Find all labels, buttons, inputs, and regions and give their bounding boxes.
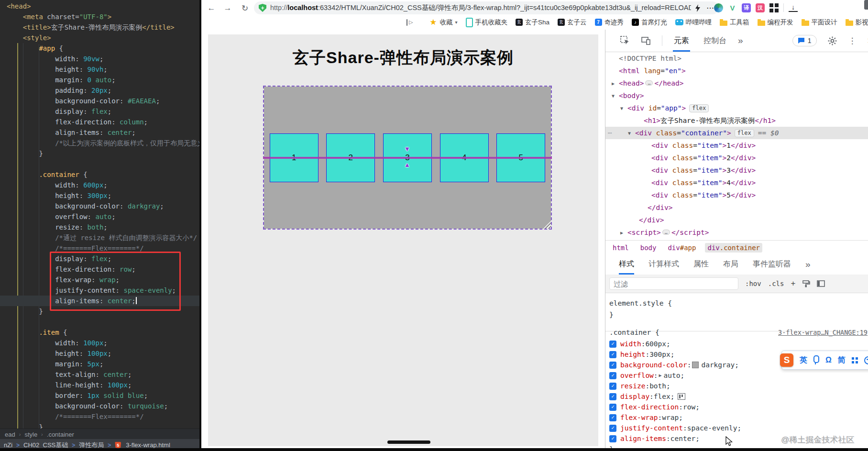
forward-button[interactable]: → — [221, 2, 234, 14]
breadcrumb-item[interactable]: 3-flex-wrap.html — [126, 441, 170, 449]
reload-button[interactable]: ↻ — [239, 2, 251, 14]
breadcrumb-item[interactable]: style — [24, 431, 37, 438]
dictionary-icon[interactable]: 汉 — [756, 3, 765, 12]
property-checkbox[interactable]: ✓ — [609, 425, 616, 432]
property-checkbox[interactable]: ✓ — [609, 372, 616, 379]
tab-元素[interactable]: 元素 — [673, 30, 690, 52]
dom-row[interactable]: ⋯▼<div class="container">flex== $0 — [605, 127, 868, 139]
device-toolbar-icon[interactable] — [641, 35, 651, 46]
bookmark-item[interactable]: 影视后期 — [846, 18, 868, 27]
sogou-logo-icon[interactable]: S — [780, 353, 793, 367]
dom-row[interactable]: ▶<script>…</script> — [605, 226, 868, 239]
style-property-row[interactable]: ✓display: flex; — [605, 391, 868, 402]
dock-sidebar-icon[interactable] — [817, 280, 825, 287]
extensions-grid-icon[interactable] — [769, 3, 779, 12]
row-dots-icon[interactable]: ⋯ — [608, 127, 613, 139]
style-property-row[interactable]: ✓overflow: ▶auto; — [605, 370, 868, 381]
url-more-icon[interactable]: ⋯ — [706, 3, 714, 12]
expand-arrow-icon[interactable]: ▶ — [620, 227, 627, 239]
dom-row[interactable]: </div> — [605, 201, 868, 214]
bookmark-item[interactable]: ★收藏▾ — [429, 18, 457, 27]
styles-more-tabs-chevron[interactable]: » — [805, 259, 811, 270]
style-property-row[interactable]: ✓width: 600px; — [605, 339, 868, 349]
style-property-row[interactable]: ✓flex-wrap: wrap; — [605, 412, 868, 423]
property-checkbox[interactable]: ✓ — [609, 404, 616, 411]
style-property-row[interactable]: ✓resize: both; — [605, 381, 868, 391]
ime-apps-icon[interactable] — [852, 357, 858, 363]
rule-selector[interactable]: .container { — [609, 329, 659, 336]
bookmark-item[interactable]: 手机收藏夹 — [466, 18, 508, 27]
bookmark-item[interactable]: 玄玄子云 — [558, 18, 587, 27]
more-tabs-chevron[interactable]: » — [738, 35, 743, 46]
dom-row[interactable]: <!DOCTYPE html> — [605, 52, 868, 65]
breadcrumb-item[interactable]: ead — [5, 431, 15, 438]
tab-控制台[interactable]: 控制台 — [703, 30, 727, 52]
expand-arrow-icon[interactable]: ▶ — [659, 370, 662, 381]
address-bar[interactable]: + http://localhost:63342/HTML/XuanZi/CH0… — [254, 1, 719, 14]
toggle-class-button[interactable]: .cls — [768, 280, 784, 287]
dom-row[interactable]: <div class="item">5</div> — [605, 189, 868, 201]
side-panel-icon[interactable]: ▷ — [407, 19, 413, 26]
property-checkbox[interactable]: ✓ — [609, 414, 616, 421]
simplified-icon[interactable]: 简 — [838, 355, 846, 365]
url-text[interactable]: http://localhost:63342/HTML/XuanZi/CH02_… — [270, 3, 691, 12]
dom-row[interactable]: <div class="item">2</div> — [605, 152, 868, 164]
code-area[interactable]: <head> <meta charset="UTF-8"> <title>玄子S… — [0, 1, 199, 432]
sogou-ime-toolbar[interactable]: S英Ω简 — [781, 351, 868, 370]
dom-row[interactable]: ▼<div id="app">flex — [605, 102, 868, 114]
dom-row[interactable]: <div class="item">4</div> — [605, 176, 868, 189]
translate-icon[interactable]: 译 — [742, 3, 751, 12]
dom-row[interactable]: </div> — [605, 214, 868, 226]
bookmark-item[interactable]: 平面设计 — [802, 18, 837, 27]
english-mode-icon[interactable]: 英 — [800, 355, 807, 365]
vue-devtools-icon[interactable]: V — [728, 3, 737, 12]
dom-row[interactable]: ▼<body> — [605, 89, 868, 102]
style-property-row[interactable]: ✓flex-direction: row; — [605, 402, 868, 412]
bookmark-item[interactable]: 7奇迹秀 — [595, 18, 624, 27]
tab-事件监听器[interactable]: 事件监听器 — [753, 254, 791, 275]
format-paint-icon[interactable] — [802, 280, 810, 287]
styles-filter-input[interactable] — [609, 277, 738, 290]
dom-row[interactable]: <div class="item">3</div> — [605, 164, 868, 176]
editor-breadcrumb[interactable]: ead›style›.container — [0, 429, 199, 440]
bookmark-item[interactable]: 编程开发 — [758, 18, 793, 27]
expand-arrow-icon[interactable]: ▶ — [612, 77, 619, 90]
flex-badge[interactable]: flex — [689, 104, 709, 112]
flex-badge[interactable]: flex — [735, 129, 754, 137]
tab-属性[interactable]: 属性 — [693, 254, 709, 275]
bookmark-item[interactable]: ♪首席灯光 — [632, 18, 667, 27]
breadcrumb-item-div#app[interactable]: div#app — [665, 243, 698, 253]
bolt-icon[interactable] — [695, 4, 701, 12]
dom-row[interactable]: <h1>玄子Share-弹性布局演示案例</h1> — [605, 114, 868, 127]
idm-icon[interactable] — [714, 3, 723, 12]
breadcrumb-item-html[interactable]: html — [610, 243, 631, 253]
collapsed-content-icon[interactable]: … — [662, 230, 670, 235]
style-property-row[interactable]: ✓justify-content: space-evenly; — [605, 423, 868, 433]
issues-button[interactable]: 1 — [792, 35, 817, 46]
dom-row[interactable]: <div class="item">1</div> — [605, 139, 868, 152]
tab-布局[interactable]: 布局 — [723, 254, 738, 275]
property-checkbox[interactable]: ✓ — [609, 393, 616, 400]
settings-gear-icon[interactable] — [827, 35, 838, 46]
collapse-arrow-icon[interactable]: ▼ — [620, 102, 627, 115]
resize-handle[interactable] — [543, 221, 551, 229]
bookmark-item[interactable]: 玄玄子Sha — [516, 18, 549, 27]
tab-样式[interactable]: 样式 — [619, 254, 634, 275]
color-swatch[interactable] — [692, 362, 699, 368]
breadcrumb-item-div.container[interactable]: div.container — [705, 243, 762, 253]
new-style-rule-button[interactable]: + — [791, 279, 795, 288]
tab-计算样式[interactable]: 计算样式 — [648, 254, 679, 275]
clipped-toolbar-icon[interactable] — [864, 0, 868, 10]
bookmark-item[interactable]: 工具箱 — [720, 18, 749, 27]
property-checkbox[interactable]: ✓ — [609, 351, 616, 358]
breadcrumb-item-body[interactable]: body — [638, 243, 659, 253]
voice-input-icon[interactable] — [813, 355, 819, 363]
collapse-arrow-icon[interactable]: ▼ — [612, 90, 619, 102]
breadcrumb-item[interactable]: .container — [47, 431, 74, 438]
element-style-block[interactable]: element.style { } — [605, 293, 868, 331]
bookmark-item[interactable]: 哔哩哔哩 — [675, 18, 712, 27]
property-checkbox[interactable]: ✓ — [609, 383, 616, 390]
collapse-arrow-icon[interactable]: ▼ — [628, 127, 635, 140]
collapsed-content-icon[interactable]: … — [645, 80, 653, 86]
back-button[interactable]: ← — [205, 2, 218, 14]
